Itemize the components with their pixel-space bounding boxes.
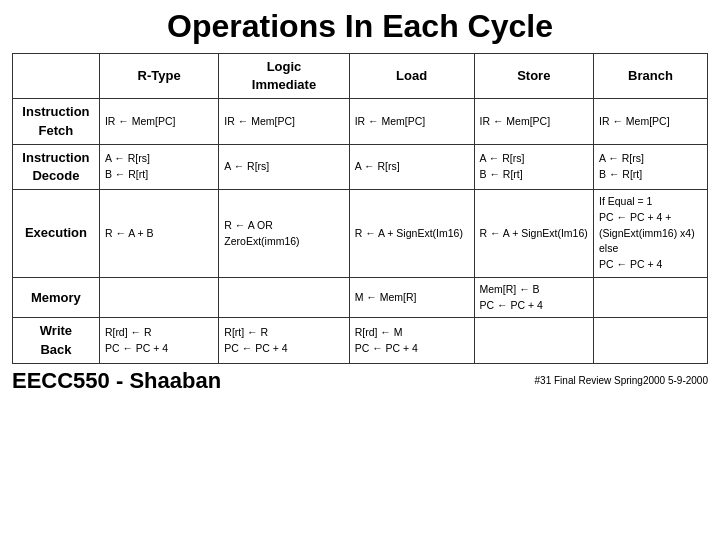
table-cell: R[rt] ← R PC ← PC + 4: [219, 318, 349, 363]
row-label: Instruction Decode: [13, 144, 100, 189]
table-cell: R ← A OR ZeroExt(imm16): [219, 190, 349, 278]
col-header-logic: LogicImmediate: [219, 54, 349, 99]
footer-brand: EECC550 - Shaaban: [12, 368, 221, 394]
table-cell: IR ← Mem[PC]: [593, 99, 707, 144]
table-cell: A ← R[rs]: [219, 144, 349, 189]
col-header-rtype: R-Type: [99, 54, 218, 99]
table-cell: A ← R[rs] B ← R[rt]: [474, 144, 593, 189]
table-cell: A ← R[rs]: [349, 144, 474, 189]
row-label: Memory: [13, 277, 100, 318]
table-cell: M ← Mem[R]: [349, 277, 474, 318]
table-cell: R ← A + SignExt(Im16): [474, 190, 593, 278]
table-cell: [99, 277, 218, 318]
table-cell: R[rd] ← R PC ← PC + 4: [99, 318, 218, 363]
table-cell: IR ← Mem[PC]: [99, 99, 218, 144]
col-header-load: Load: [349, 54, 474, 99]
table-cell: [593, 277, 707, 318]
row-label: Instruction Fetch: [13, 99, 100, 144]
table-cell: R ← A + B: [99, 190, 218, 278]
row-label: Write Back: [13, 318, 100, 363]
table-cell: A ← R[rs] B ← R[rt]: [593, 144, 707, 189]
table-cell: If Equal = 1 PC ← PC + 4 + (SignExt(imm1…: [593, 190, 707, 278]
table-cell: [219, 277, 349, 318]
table-cell: R[rd] ← M PC ← PC + 4: [349, 318, 474, 363]
table-cell: IR ← Mem[PC]: [349, 99, 474, 144]
footer-info: #31 Final Review Spring2000 5-9-2000: [535, 375, 708, 386]
table-cell: Mem[R] ← B PC ← PC + 4: [474, 277, 593, 318]
col-header-empty: [13, 54, 100, 99]
page-title: Operations In Each Cycle: [12, 8, 708, 45]
table-cell: [593, 318, 707, 363]
table-cell: R ← A + SignExt(Im16): [349, 190, 474, 278]
table-cell: IR ← Mem[PC]: [219, 99, 349, 144]
footer: EECC550 - Shaaban #31 Final Review Sprin…: [12, 368, 708, 394]
operations-table: R-Type LogicImmediate Load Store Branch …: [12, 53, 708, 364]
table-cell: A ← R[rs] B ← R[rt]: [99, 144, 218, 189]
row-label: Execution: [13, 190, 100, 278]
table-cell: IR ← Mem[PC]: [474, 99, 593, 144]
col-header-branch: Branch: [593, 54, 707, 99]
col-header-store: Store: [474, 54, 593, 99]
table-cell: [474, 318, 593, 363]
page: Operations In Each Cycle R-Type LogicImm…: [0, 0, 720, 540]
